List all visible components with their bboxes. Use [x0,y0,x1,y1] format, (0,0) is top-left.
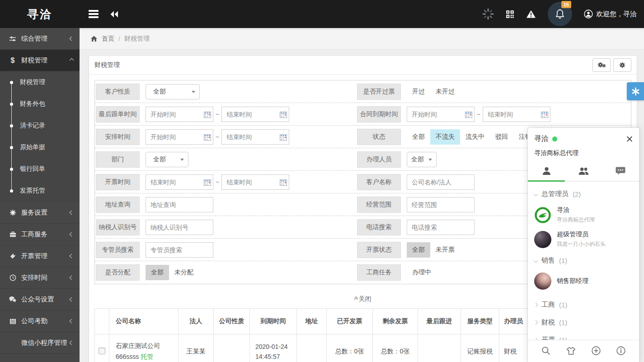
submenu-item-bank-receipts[interactable]: 银行回单 [0,158,80,180]
calendar-icon [7,318,18,324]
sidebar-item-attendance[interactable]: 公司考勤 [0,310,80,332]
online-status-dot [552,136,557,141]
sidebar-item-finance-tax[interactable]: $ 财税管理 [0,50,80,71]
chevron-down-icon [180,159,184,161]
calendar-icon [204,179,211,186]
calendar-icon [204,112,211,118]
menu-icon[interactable] [89,9,99,19]
info-circle-icon[interactable] [616,346,625,355]
col-company-name: 公司名称 [109,308,179,334]
sidebar-item-official-account[interactable]: 公众号设置 [0,289,80,310]
filter-label: 是否开过票 [357,84,401,100]
collapse-filters-link[interactable]: 关闭 [355,295,371,303]
hosting-tag: 托管 [141,353,153,360]
submenu-item-card-records[interactable]: 清卡记录 [0,115,80,136]
remaining-count-cell: 总数：0张 [373,334,418,362]
chevron-up-icon [70,58,74,63]
notifications-button[interactable]: 15 [548,2,572,26]
close-icon[interactable] [626,136,633,142]
user-circle-icon [584,9,593,19]
shirt-icon[interactable] [566,347,576,355]
calendar-icon [541,112,548,118]
not-invoiced-option[interactable]: 未开过 [430,84,460,99]
columns-settings-button[interactable] [592,58,611,72]
sidebar-item-service-settings[interactable]: 服务设置 [0,202,80,224]
invoice-end-date[interactable] [221,174,289,190]
sidebar-item-mini-program[interactable]: 微信小程序管理 [0,332,80,354]
settings-button[interactable] [613,58,631,72]
invoiced-option[interactable]: 开过 [407,84,430,99]
plus-circle-icon[interactable] [592,346,601,355]
user-menu[interactable]: 欢迎您，寻洽 [584,9,637,19]
col-company-nature: 公司性质 [214,308,250,334]
agent-select[interactable]: 全部 [407,152,437,167]
supervisor-search-input[interactable] [146,242,213,258]
home-icon [90,35,98,42]
phone-search-input[interactable] [407,220,475,235]
group-admins[interactable]: 总管理员 (2) [528,185,639,203]
quick-settings-float-button[interactable] [627,82,644,100]
col-invoiced: 已开发票 [327,308,373,334]
chat-member[interactable]: 超级管理员 我是一只小小的石头 [528,227,639,252]
submenu-item-original-docs[interactable]: 原始单据 [0,136,80,158]
submenu-item-outsourcing[interactable]: 财务外包 [0,93,80,115]
tab-contacts[interactable] [528,162,565,181]
schedule-end-date[interactable] [221,129,289,145]
address-search-input[interactable] [146,197,213,212]
group-finance[interactable]: 财税 (1) [528,314,639,331]
col-legal-person: 法人 [179,308,214,334]
filter-label: 客户性质 [96,84,140,100]
customer-name-input[interactable] [407,174,475,190]
group-business[interactable]: 工商 (1) [528,293,639,314]
business-task-option[interactable]: 办理中 [407,265,437,280]
sidebar-item-business-services[interactable]: 工商服务 [0,224,80,245]
contract-expire-start-date[interactable] [407,107,475,122]
avatar [534,207,551,224]
chevron-right-icon [534,303,538,307]
breadcrumb: 首页 / 财税管理 [80,28,644,50]
last-follow-start-date[interactable] [146,107,213,122]
sidebar-item-general[interactable]: 综合管理 [0,28,80,50]
breadcrumb-current: 财税管理 [124,35,150,43]
qr-code-icon[interactable] [506,10,514,19]
submenu-item-invoice-hosting[interactable]: 发票托管 [0,180,80,202]
cogs-icon [597,62,606,68]
schedule-start-date[interactable] [146,129,213,145]
customer-nature-select[interactable]: 全部 [146,84,200,99]
assigned-option-all[interactable]: 全部 [146,265,169,280]
status-option-all[interactable]: 全部 [407,129,430,145]
briefcase-icon [7,231,18,238]
taxpayer-id-input[interactable] [146,220,213,235]
invoice-start-date[interactable] [146,174,213,190]
backward-icon[interactable] [110,11,118,18]
contract-expire-end-date[interactable] [483,107,550,122]
tab-messages[interactable] [602,162,639,181]
chat-member[interactable]: 寻洽 寻洽商标总代理 [528,203,639,227]
submenu-item-finance-tax[interactable]: 财税管理 [0,71,80,93]
business-scope-input[interactable] [407,197,475,212]
app-logo: 寻洽 [0,7,80,22]
chat-bubble-icon [616,166,625,175]
group-invoicing[interactable]: 开票 (1) [528,331,639,340]
breadcrumb-home[interactable]: 首页 [102,35,114,43]
last-follow-end-date[interactable] [221,107,289,122]
status-option-losing[interactable]: 流失中 [460,129,490,145]
row-checkbox[interactable] [99,348,105,354]
search-icon[interactable] [541,346,550,355]
asterisk-icon [631,87,640,96]
sidebar-item-invoicing[interactable]: 开票管理 [0,245,80,267]
invoice-status-option-none[interactable]: 未开票 [430,242,460,258]
warning-icon[interactable] [526,9,536,19]
sidebar-item-scheduling[interactable]: 安排时间 [0,267,80,289]
department-select[interactable]: 全部 [146,152,188,167]
status-option-retained[interactable]: 不流失 [430,129,460,145]
chat-member[interactable]: 销售部经理 [528,269,639,293]
chat-panel: 寻洽 寻洽商标总代理 总管理员 (2) 寻洽 寻洽商标总代理 超级管理员 我是一… [527,127,639,362]
tab-groups[interactable] [565,162,602,181]
group-sales[interactable]: 销售 (1) [528,252,639,269]
invoice-status-option-all[interactable]: 全部 [407,242,430,258]
status-option-rejected[interactable]: 驳回 [490,129,513,145]
chevron-down-icon [192,91,195,93]
chat-title: 寻洽 [534,134,549,144]
assigned-option-unassigned[interactable]: 未分配 [169,265,199,280]
